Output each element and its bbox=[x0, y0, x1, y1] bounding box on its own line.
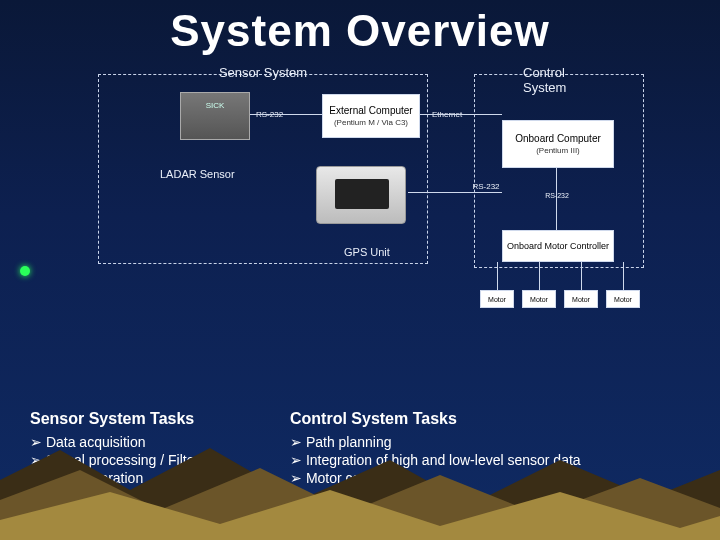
gps-label: GPS Unit bbox=[344, 246, 390, 258]
motor-box: Motor bbox=[522, 290, 556, 308]
onboard-computer-label: Onboard Computer bbox=[515, 133, 601, 144]
connector-line bbox=[420, 114, 502, 115]
external-computer-label: External Computer bbox=[329, 105, 412, 116]
connector-line bbox=[250, 114, 322, 115]
external-computer-sub: (Pentium M / Via C3) bbox=[334, 118, 408, 127]
conn-rs232-2: RS-232 bbox=[466, 182, 506, 191]
page-title: System Overview bbox=[0, 0, 720, 56]
list-item: Map generation bbox=[30, 470, 290, 486]
ladar-label: LADAR Sensor bbox=[160, 168, 235, 180]
connector-line bbox=[556, 168, 557, 230]
control-tasks-heading: Control System Tasks bbox=[290, 410, 710, 428]
system-diagram: Sensor System Control System LADAR Senso… bbox=[98, 58, 658, 328]
slide-bullet-icon bbox=[20, 266, 30, 276]
connector-line bbox=[581, 262, 582, 290]
list-item: Integration of high and low-level sensor… bbox=[290, 452, 710, 468]
conn-rs232-3: RS-232 bbox=[522, 192, 592, 199]
list-item: Signal processing / Filtering bbox=[30, 452, 290, 468]
sensor-tasks-heading: Sensor System Tasks bbox=[30, 410, 290, 428]
motor-box: Motor bbox=[606, 290, 640, 308]
list-item: Motor control bbox=[290, 470, 710, 486]
gps-image bbox=[316, 166, 406, 224]
motor-controller-box: Onboard Motor Controller bbox=[502, 230, 614, 262]
connector-line bbox=[408, 192, 502, 193]
motor-box: Motor bbox=[564, 290, 598, 308]
motor-box: Motor bbox=[480, 290, 514, 308]
list-item: Data acquisition bbox=[30, 434, 290, 450]
control-system-title: Control System bbox=[517, 65, 601, 95]
list-item: Path planning bbox=[290, 434, 710, 450]
tasks-section: Sensor System Tasks Data acquisition Sig… bbox=[30, 410, 710, 486]
onboard-computer-box: Onboard Computer (Pentium III) bbox=[502, 120, 614, 168]
sensor-system-title: Sensor System bbox=[213, 65, 313, 80]
motors-row: Motor Motor Motor Motor bbox=[480, 290, 640, 308]
svg-marker-2 bbox=[0, 490, 720, 540]
connector-line bbox=[539, 262, 540, 290]
connector-line bbox=[497, 262, 498, 290]
ladar-sensor-image bbox=[180, 92, 250, 140]
external-computer-box: External Computer (Pentium M / Via C3) bbox=[322, 94, 420, 138]
onboard-computer-sub: (Pentium III) bbox=[536, 146, 580, 155]
connector-line bbox=[623, 262, 624, 290]
